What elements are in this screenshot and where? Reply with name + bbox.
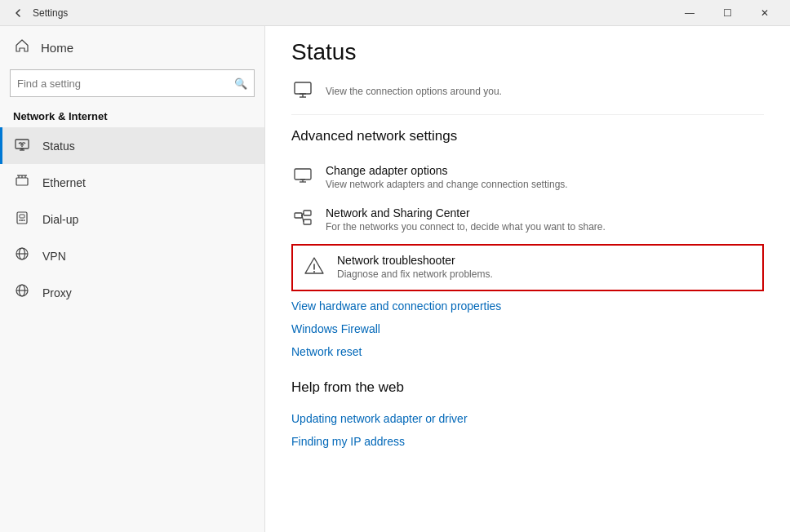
- sharing-title: Network and Sharing Center: [326, 206, 764, 219]
- sidebar-item-proxy[interactable]: Proxy: [0, 274, 264, 311]
- svg-line-33: [302, 215, 304, 222]
- sidebar-item-status[interactable]: Status: [0, 127, 264, 164]
- svg-rect-31: [304, 219, 311, 224]
- sidebar-item-vpn[interactable]: VPN: [0, 237, 264, 274]
- sidebar-item-status-label: Status: [42, 140, 75, 153]
- page-title: Status: [291, 26, 764, 72]
- sharing-text: Network and Sharing Center For the netwo…: [326, 206, 764, 233]
- svg-point-36: [313, 271, 315, 273]
- svg-rect-5: [16, 178, 28, 185]
- troubleshooter-title: Network troubleshooter: [337, 254, 752, 267]
- svg-point-14: [24, 219, 25, 221]
- adapter-icon: [291, 166, 314, 190]
- troubleshooter-item[interactable]: Network troubleshooter Diagnose and fix …: [291, 244, 764, 291]
- sidebar-item-ethernet[interactable]: Ethernet: [0, 164, 264, 201]
- sidebar: Home 🔍 Network & Internet Status: [0, 26, 265, 532]
- svg-point-34: [301, 215, 303, 216]
- sharing-desc: For the networks you connect to, decide …: [326, 221, 764, 233]
- adapter-text: Change adapter options View network adap…: [326, 164, 764, 190]
- advanced-section: Advanced network settings Change adapter…: [291, 128, 764, 363]
- troubleshooter-text: Network troubleshooter Diagnose and fix …: [337, 254, 752, 280]
- find-ip-link[interactable]: Finding my IP address: [291, 430, 764, 453]
- sidebar-category: Network & Internet: [0, 104, 264, 127]
- window-controls: — ☐ ✕: [671, 0, 783, 26]
- search-box[interactable]: 🔍: [10, 69, 255, 97]
- window-title: Settings: [33, 7, 671, 19]
- home-icon: [13, 38, 31, 58]
- svg-rect-25: [295, 169, 311, 180]
- svg-point-13: [21, 219, 23, 221]
- svg-point-12: [20, 219, 21, 221]
- minimize-button[interactable]: —: [671, 0, 708, 26]
- troubleshooter-desc: Diagnose and fix network problems.: [337, 268, 752, 280]
- warning-icon: [303, 255, 326, 282]
- advanced-heading: Advanced network settings: [291, 128, 764, 144]
- close-button[interactable]: ✕: [746, 0, 783, 26]
- vpn-icon: [13, 246, 31, 266]
- main-container: Home 🔍 Network & Internet Status: [0, 26, 790, 532]
- svg-rect-11: [20, 215, 24, 218]
- svg-rect-29: [295, 213, 302, 218]
- svg-rect-21: [295, 82, 311, 94]
- adapter-title: Change adapter options: [326, 164, 764, 177]
- top-partial-desc: View the connection options around you.: [326, 86, 502, 97]
- help-section: Help from the web Updating network adapt…: [291, 379, 764, 453]
- dialup-icon: [13, 209, 31, 229]
- help-heading: Help from the web: [291, 379, 764, 396]
- title-bar: Settings — ☐ ✕: [0, 0, 790, 26]
- firewall-link[interactable]: Windows Firewall: [291, 317, 764, 340]
- ethernet-icon: [13, 172, 31, 193]
- top-partial-text: View the connection options around you.: [326, 86, 502, 97]
- adapter-desc: View network adapters and change connect…: [326, 179, 764, 190]
- update-driver-link[interactable]: Updating network adapter or driver: [291, 407, 764, 430]
- sidebar-item-ethernet-label: Ethernet: [42, 176, 86, 189]
- status-icon: [13, 135, 31, 156]
- sidebar-item-dialup[interactable]: Dial-up: [0, 201, 264, 237]
- sharing-center-item[interactable]: Network and Sharing Center For the netwo…: [291, 198, 764, 241]
- adapter-options-item[interactable]: Change adapter options View network adap…: [291, 156, 764, 198]
- home-label: Home: [41, 41, 73, 55]
- monitor-icon: [291, 80, 314, 104]
- proxy-icon: [13, 282, 31, 303]
- reset-link[interactable]: Network reset: [291, 340, 764, 363]
- sidebar-item-proxy-label: Proxy: [42, 286, 72, 299]
- svg-point-4: [21, 146, 23, 148]
- content-area: Status View the connection options aroun…: [265, 26, 790, 532]
- sharing-icon: [291, 208, 314, 233]
- top-partial-item[interactable]: View the connection options around you.: [291, 72, 764, 115]
- maximize-button[interactable]: ☐: [708, 0, 746, 26]
- hardware-link[interactable]: View hardware and connection properties: [291, 295, 764, 317]
- search-icon: 🔍: [234, 78, 247, 90]
- back-button[interactable]: [7, 2, 29, 24]
- sidebar-item-dialup-label: Dial-up: [42, 213, 78, 226]
- sidebar-item-vpn-label: VPN: [42, 250, 66, 263]
- svg-rect-30: [304, 211, 311, 215]
- sidebar-item-home[interactable]: Home: [0, 26, 264, 69]
- search-input[interactable]: [17, 78, 234, 90]
